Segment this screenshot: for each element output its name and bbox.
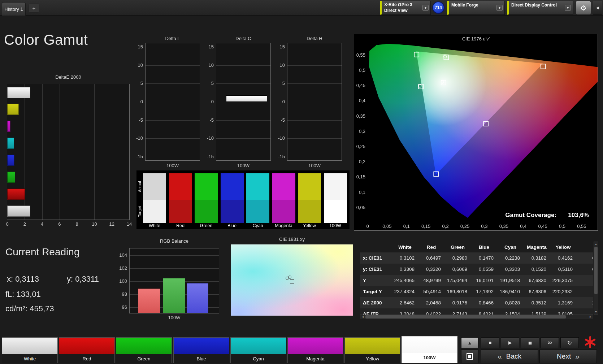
- rgb-bar-green: [163, 278, 185, 313]
- next-button[interactable]: Next »: [539, 350, 597, 363]
- axis-tick-label: 0,35: [499, 224, 508, 229]
- grid-line: [112, 84, 112, 220]
- back-button[interactable]: « Back: [481, 350, 538, 363]
- patch-button-blue[interactable]: Blue: [173, 337, 229, 363]
- patch-label: White: [2, 354, 57, 363]
- axis-tick-label: 0,15: [356, 174, 365, 179]
- swatch-actual-magenta: [272, 173, 295, 200]
- table-h-scrollbar[interactable]: ◄ ►: [360, 315, 593, 319]
- stop-button[interactable]: ■: [481, 337, 499, 348]
- rgb-bar-blue: [187, 283, 208, 313]
- deltae-bar-blue: [7, 155, 14, 166]
- table-cell: 67,6830: [524, 278, 550, 283]
- grid-line: [287, 47, 342, 47]
- collapse-panel-button[interactable]: ◀: [593, 1, 602, 15]
- gamut-coverage-value: 103,6%: [568, 212, 589, 218]
- table-cell: 0,3: [576, 266, 593, 272]
- loop-button[interactable]: ↻: [560, 337, 579, 348]
- patch-label: Green: [116, 354, 172, 363]
- grid-line: [42, 84, 43, 220]
- table-cell: 220,2932: [550, 289, 576, 294]
- axis-tick-label: 98: [115, 291, 127, 297]
- axis-tick-label: 0,2: [442, 224, 449, 229]
- page-title: Color Gamut: [4, 32, 88, 48]
- axis-tick-label: 10: [90, 221, 99, 227]
- patch-button-red[interactable]: Red: [59, 337, 115, 363]
- table-cell: 175,0464: [444, 278, 471, 283]
- axis-tick-label: -15: [273, 154, 285, 159]
- axis-tick-label: 5: [201, 81, 214, 86]
- source-dropdown[interactable]: Mobile Forge ▾: [447, 1, 505, 15]
- scroll-right-icon[interactable]: ►: [588, 315, 593, 319]
- top-bar: History 1 + X-Rite i1Pro 3 Direct View ▾…: [0, 0, 603, 16]
- patch-button-white[interactable]: White: [2, 337, 58, 363]
- grid-line: [287, 65, 342, 66]
- axis-tick-label: 102: [115, 265, 127, 271]
- patch-button-cyan[interactable]: Cyan: [230, 337, 286, 363]
- column-header: Magenta: [524, 244, 550, 250]
- table-cell: 237,4324: [392, 289, 418, 294]
- axis-tick-label: 4: [38, 221, 47, 227]
- chevron-down-icon[interactable]: ▾: [496, 5, 503, 11]
- meter-dropdown[interactable]: X-Rite i1Pro 3 Direct View ▾: [380, 1, 431, 15]
- patch-button-green[interactable]: Green: [116, 337, 172, 363]
- scroll-up-icon[interactable]: ▲: [594, 242, 598, 247]
- grid-line: [216, 157, 270, 157]
- table-cell: 1,5139: [524, 311, 550, 315]
- patch-button-yellow[interactable]: Yellow: [344, 337, 400, 363]
- axis-tick-label: 0: [3, 221, 12, 227]
- row-label: ΔE 2000: [360, 300, 392, 306]
- axis-tick-label: 96: [115, 304, 127, 310]
- x-axis-label: 100W: [145, 163, 200, 168]
- swatch-label: Blue: [221, 223, 244, 228]
- row-label: x: CIE31: [360, 255, 392, 261]
- patch-button-magenta[interactable]: Magenta: [287, 337, 343, 363]
- deltae-bar-green: [7, 172, 15, 183]
- continuous-measure-button[interactable]: ∞: [541, 337, 559, 348]
- chevron-down-icon[interactable]: ▾: [422, 5, 429, 11]
- settings-button[interactable]: ⚙: [576, 1, 591, 15]
- grid-line: [60, 84, 60, 220]
- table-cell: 169,8018: [444, 289, 471, 294]
- deltae-chart-title: DeltaE 2000: [7, 74, 130, 80]
- chevron-down-icon[interactable]: ▾: [565, 5, 571, 11]
- abort-button[interactable]: [582, 335, 598, 350]
- table-cell: 8,4021: [471, 311, 497, 315]
- delta-chart-delta-c: [216, 43, 271, 161]
- tab-history-1[interactable]: History 1: [2, 2, 26, 16]
- level-up-button[interactable]: ▲: [461, 337, 478, 348]
- single-measure-button[interactable]: [461, 350, 478, 363]
- patch-label: Red: [59, 354, 114, 363]
- add-tab-button[interactable]: +: [29, 4, 39, 13]
- axis-tick-label: 0,5: [359, 68, 365, 73]
- scroll-down-icon[interactable]: ▼: [594, 309, 598, 314]
- v-scrollbar-thumb[interactable]: [594, 247, 598, 294]
- deltae-bar-cyan: [7, 138, 14, 149]
- pause-button[interactable]: ▮▮: [521, 337, 539, 348]
- cie1931-title: CIE 1931 xy: [231, 237, 353, 242]
- scroll-left-icon[interactable]: ◄: [360, 315, 365, 319]
- patch-label: Cyan: [231, 354, 286, 363]
- stop-icon: ■: [489, 340, 491, 345]
- swatch-label: Cyan: [246, 223, 269, 228]
- column-header: Green: [444, 244, 471, 250]
- axis-tick-label: -5: [131, 117, 143, 123]
- display-control-dropdown[interactable]: Direct Display Control ▾: [507, 1, 573, 15]
- grid-line: [94, 84, 95, 220]
- swatch-target-green: [195, 200, 218, 223]
- patch-swatch: [116, 338, 172, 354]
- table-v-scrollbar[interactable]: ▲ ▼: [594, 242, 598, 315]
- table-cell: 2,7143: [444, 311, 471, 315]
- patch-swatch: [59, 338, 114, 354]
- table-cell: 2,1504: [497, 311, 524, 315]
- patch-button-100w[interactable]: 100W: [402, 336, 457, 363]
- gamut-coverage-label: Gamut Coverage:: [505, 212, 556, 218]
- table-cell: 0,3102: [392, 255, 418, 261]
- h-scrollbar-thumb[interactable]: [365, 315, 566, 318]
- x-axis-label: 100W: [216, 163, 271, 168]
- axis-tick-label: 8: [73, 221, 81, 227]
- grid-line: [146, 120, 200, 121]
- play-button[interactable]: ▶: [501, 337, 519, 348]
- axis-tick-label: 0,15: [421, 224, 430, 229]
- table-row: ΔE 20002,64622,04680,91760,84660,80280,3…: [360, 297, 593, 308]
